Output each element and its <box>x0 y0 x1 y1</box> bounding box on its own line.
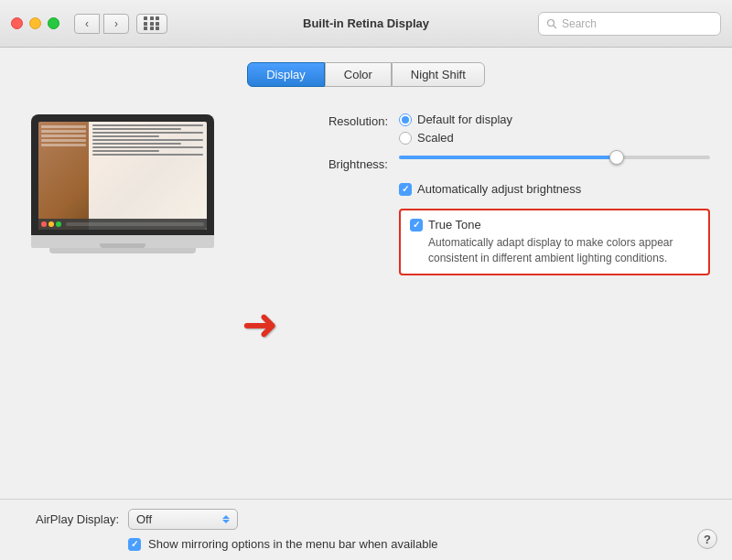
mirroring-checkbox[interactable]: ✓ <box>128 538 141 551</box>
airplay-dropdown[interactable]: Off <box>128 509 238 530</box>
sidebar-line <box>41 130 86 133</box>
tab-color[interactable]: Color <box>325 62 392 87</box>
traffic-lights <box>11 17 59 29</box>
tab-display[interactable]: Display <box>247 62 325 87</box>
close-button[interactable] <box>11 17 23 29</box>
auto-brightness-spacer <box>296 182 388 184</box>
auto-brightness-label: Automatically adjust brightness <box>417 182 581 196</box>
help-button[interactable]: ? <box>697 529 717 549</box>
laptop-screen <box>38 122 207 230</box>
mirroring-row: ✓ Show mirroring options in the menu bar… <box>128 537 714 551</box>
brightness-controls <box>399 156 710 159</box>
true-tone-box: ✓ True Tone Automatically adapt display … <box>399 209 710 275</box>
auto-brightness-option[interactable]: ✓ Automatically adjust brightness <box>399 182 710 196</box>
resolution-label: Resolution: <box>296 113 388 128</box>
airplay-value: Off <box>136 512 152 526</box>
auto-brightness-row: ✓ Automatically adjust brightness <box>296 182 710 196</box>
titlebar: ‹ › Built-in Retina Display <box>0 0 732 48</box>
sidebar-line <box>41 139 86 142</box>
sidebar-line <box>41 144 86 146</box>
grid-icon <box>144 16 160 30</box>
arrow-down-icon <box>222 520 230 523</box>
screen-taskbar <box>38 219 207 230</box>
taskbar-bar <box>66 222 204 226</box>
tab-bar: Display Color Night Shift <box>247 62 485 87</box>
screen-text <box>92 146 203 148</box>
laptop-image <box>31 114 214 253</box>
resolution-row: Resolution: Default for display Scaled <box>296 113 710 145</box>
dropdown-arrow-icon <box>222 515 230 523</box>
brightness-slider[interactable] <box>399 156 710 159</box>
resolution-default-option[interactable]: Default for display <box>399 113 710 126</box>
brightness-label: Brightness: <box>296 156 388 171</box>
svg-line-1 <box>554 25 556 27</box>
laptop-stand <box>49 248 196 253</box>
maximize-button[interactable] <box>48 17 59 29</box>
screen-text <box>92 154 203 156</box>
auto-brightness-controls: ✓ Automatically adjust brightness <box>399 182 710 196</box>
laptop-base <box>31 235 214 248</box>
screen-content <box>38 122 207 230</box>
true-tone-option[interactable]: ✓ True Tone <box>410 218 699 232</box>
brightness-slider-row <box>399 156 710 159</box>
nav-buttons: ‹ › <box>74 14 129 34</box>
screen-sidebar <box>38 122 89 230</box>
auto-brightness-checkbox[interactable]: ✓ <box>399 183 412 196</box>
true-tone-spacer <box>296 207 388 209</box>
forward-button[interactable]: › <box>103 14 129 34</box>
screen-text <box>92 135 159 137</box>
screen-main <box>89 122 207 230</box>
screen-text <box>92 143 181 145</box>
resolution-scaled-label: Scaled <box>417 131 454 145</box>
arrow-icon: ➜ <box>242 303 278 347</box>
main-panel: ➜ Resolution: Default for display Scaled <box>22 105 710 499</box>
checkmark-icon: ✓ <box>131 540 138 549</box>
screen-text <box>92 128 181 130</box>
laptop-preview <box>22 105 223 499</box>
brightness-row: Brightness: <box>296 156 710 171</box>
window-title: Built-in Retina Display <box>303 16 429 30</box>
true-tone-controls: ✓ True Tone Automatically adapt display … <box>399 207 710 275</box>
airplay-row: AirPlay Display: Off <box>18 509 714 530</box>
screen-text <box>92 139 203 141</box>
arrow-up-icon <box>222 515 230 519</box>
true-tone-description: Automatically adapt display to make colo… <box>428 235 699 266</box>
sidebar-line <box>41 135 86 137</box>
screen-text <box>92 124 203 126</box>
minimize-button[interactable] <box>29 17 41 29</box>
resolution-default-label: Default for display <box>417 113 512 126</box>
checkmark-icon: ✓ <box>413 221 420 230</box>
taskbar-dot <box>48 221 54 227</box>
true-tone-row: ✓ True Tone Automatically adapt display … <box>296 207 710 275</box>
mirroring-label: Show mirroring options in the menu bar w… <box>148 537 438 551</box>
search-box[interactable] <box>538 12 721 36</box>
resolution-controls: Default for display Scaled <box>399 113 710 145</box>
search-icon <box>546 18 557 29</box>
screen-text <box>92 132 203 134</box>
arrow-area: ➜ <box>242 105 278 499</box>
brightness-thumb[interactable] <box>609 150 624 165</box>
checkmark-icon: ✓ <box>402 185 409 194</box>
search-input[interactable] <box>562 17 713 30</box>
screen-text <box>92 150 159 152</box>
screen-bezel <box>31 114 214 235</box>
true-tone-checkbox[interactable]: ✓ <box>410 219 423 232</box>
true-tone-label: True Tone <box>428 218 481 232</box>
grid-button[interactable] <box>136 14 167 34</box>
taskbar-dot <box>56 221 61 227</box>
tab-nightshift[interactable]: Night Shift <box>392 62 485 87</box>
resolution-scaled-radio[interactable] <box>399 132 412 145</box>
sidebar-line <box>41 125 86 128</box>
bottom-bar: AirPlay Display: Off ✓ Show mirroring op… <box>0 499 732 560</box>
resolution-scaled-option[interactable]: Scaled <box>399 131 710 145</box>
resolution-default-radio[interactable] <box>399 113 412 126</box>
taskbar-dot <box>41 221 47 227</box>
airplay-label: AirPlay Display: <box>18 512 119 526</box>
content-area: Display Color Night Shift <box>0 48 732 499</box>
back-button[interactable]: ‹ <box>74 14 100 34</box>
settings-panel: Resolution: Default for display Scaled B… <box>296 105 710 499</box>
